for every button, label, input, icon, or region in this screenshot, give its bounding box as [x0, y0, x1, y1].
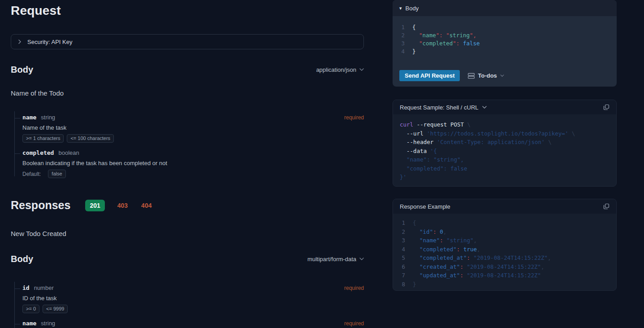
responses-heading-row: Responses 201 403 404	[11, 199, 156, 212]
response-tab-404[interactable]: 404	[136, 200, 156, 211]
caret-down-icon: ▾	[399, 6, 402, 11]
security-panel[interactable]: Security: API Key	[11, 34, 364, 49]
response-tab-201[interactable]: 201	[85, 200, 104, 211]
request-body-card-title: Body	[406, 5, 419, 12]
request-body-card: ▾ Body 1{2 "name": "string",3 "completed…	[393, 0, 617, 87]
request-schema-tree: name string required Name of the task >=…	[14, 111, 364, 176]
response-description: New Todo Created	[11, 230, 66, 237]
request-body-card-header[interactable]: ▾ Body	[393, 0, 617, 16]
property-name-label: completed	[22, 149, 54, 156]
schema-property-name: name string required Name of the task >=…	[22, 114, 364, 143]
constraint-badge: <= 100 characters	[67, 134, 114, 143]
response-content-type-select[interactable]: multipart/form-data	[307, 256, 364, 262]
docs-main-column: Request Security: API Key Body applicati…	[11, 0, 364, 328]
response-status-tabs: 201 403 404	[85, 200, 156, 211]
response-example-card: Response Example 1{2 "id": 0,3 "name": "…	[393, 199, 617, 291]
required-badge: required	[344, 285, 364, 291]
request-body-heading-row: Body application/json	[11, 65, 364, 75]
schema-property-id: id number required ID of the task >= 0 <…	[22, 284, 364, 313]
response-body-heading-row: Body multipart/form-data	[11, 254, 364, 264]
default-label: Default:	[22, 171, 41, 177]
request-content-type-select[interactable]: application/json	[316, 66, 364, 73]
try-it-sidebar: ▾ Body 1{2 "name": "string",3 "completed…	[393, 0, 617, 328]
copy-icon	[603, 203, 609, 210]
request-body-heading: Body	[11, 65, 33, 75]
constraint-badge: >= 0	[22, 305, 39, 313]
property-name-label: name	[22, 320, 36, 327]
send-api-request-button[interactable]: Send API Request	[399, 70, 460, 81]
copy-button[interactable]	[603, 203, 609, 210]
request-body-editor[interactable]: 1{2 "name": "string",3 "completed": fals…	[393, 16, 617, 56]
response-example-card-header: Response Example	[393, 199, 616, 214]
try-it-row: Send API Request To-dos	[399, 70, 504, 81]
chevron-down-icon	[500, 74, 504, 77]
request-sample-title[interactable]: Request Sample: Shell / cURL	[400, 104, 479, 111]
request-sample-card: Request Sample: Shell / cURL curl --requ…	[393, 100, 617, 187]
response-body-heading: Body	[11, 254, 33, 264]
property-type-label: boolean	[58, 149, 79, 156]
chevron-down-icon	[359, 68, 364, 71]
server-select[interactable]: To-dos	[468, 72, 504, 79]
property-description: Name of the task	[22, 124, 364, 131]
property-type-label: string	[41, 320, 55, 327]
chevron-right-icon	[17, 39, 22, 44]
copy-button[interactable]	[603, 104, 609, 110]
request-body-description: Name of the Todo	[11, 89, 64, 97]
schema-property-completed: completed boolean Boolean indicating if …	[22, 149, 364, 178]
default-value-badge: false	[48, 170, 65, 178]
responses-title: Responses	[11, 199, 70, 212]
property-description: ID of the task	[22, 295, 364, 302]
chevron-down-icon[interactable]	[482, 106, 487, 109]
request-content-type-value: application/json	[316, 66, 356, 73]
response-schema-tree: id number required ID of the task >= 0 <…	[14, 282, 364, 328]
security-label: Security: API Key	[27, 39, 72, 45]
request-sample-code: curl --request POST \ --url 'https://tod…	[393, 114, 616, 182]
property-type-label: string	[41, 114, 55, 121]
response-tab-403[interactable]: 403	[112, 200, 133, 211]
required-badge: required	[344, 114, 364, 121]
response-content-type-value: multipart/form-data	[307, 256, 356, 262]
property-name-label: id	[22, 284, 30, 291]
property-type-label: number	[34, 284, 54, 291]
request-sample-card-header: Request Sample: Shell / cURL	[393, 100, 616, 114]
copy-icon	[603, 104, 609, 110]
server-name: To-dos	[478, 72, 497, 79]
required-badge: required	[344, 320, 364, 327]
schema-property-name2: name string required	[22, 320, 364, 328]
request-title: Request	[11, 4, 61, 18]
response-example-code: 1{2 "id": 0,3 "name": "string",4 "comple…	[393, 214, 616, 289]
server-stack-icon	[468, 73, 475, 79]
constraint-badge: >= 1 characters	[22, 134, 64, 143]
response-example-title: Response Example	[400, 203, 450, 210]
constraint-badge: <= 9999	[43, 305, 68, 313]
property-name-label: name	[22, 114, 36, 121]
chevron-down-icon	[359, 258, 364, 261]
property-description: Boolean indicating if the task has been …	[22, 160, 364, 166]
